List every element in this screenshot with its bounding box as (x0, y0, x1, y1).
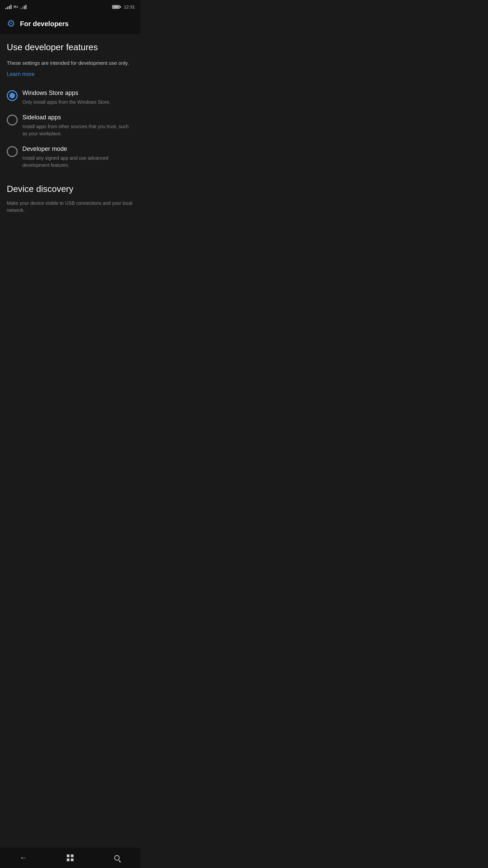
radio-option-sideload[interactable]: Sideload apps Install apps from other so… (7, 114, 134, 137)
radio-desc-windows-store: Only install apps from the Windows Store… (22, 99, 134, 106)
status-left: H+ (5, 4, 26, 9)
battery-icon (112, 5, 121, 9)
gear-icon: ⚙ (7, 19, 15, 28)
page-header: ⚙ For developers (0, 14, 140, 34)
time-display: 12:31 (124, 4, 135, 9)
radio-circle-developer-mode[interactable] (7, 146, 18, 157)
status-right: 12:31 (112, 4, 135, 9)
radio-label-developer-mode: Developer mode (22, 145, 134, 153)
device-discovery-section: Device discovery Make your device visibl… (7, 177, 134, 214)
radio-label-windows-store: Windows Store apps (22, 90, 134, 97)
radio-desc-developer-mode: Install any signed app and use advanced … (22, 155, 134, 169)
signal-bar-s1 (20, 8, 21, 9)
radio-label-sideload: Sideload apps (22, 114, 134, 121)
signal-bar-4 (11, 5, 12, 9)
battery-body (112, 5, 120, 9)
learn-more-link[interactable]: Learn more (7, 71, 35, 77)
signal-bar-s2 (22, 7, 23, 9)
page-title: For developers (20, 20, 68, 28)
radio-content-sideload: Sideload apps Install apps from other so… (22, 114, 134, 137)
radio-content-windows-store: Windows Store apps Only install apps fro… (22, 90, 134, 106)
section-title: Use developer features (7, 42, 134, 53)
radio-option-windows-store[interactable]: Windows Store apps Only install apps fro… (7, 90, 134, 106)
radio-circle-sideload[interactable] (7, 115, 18, 125)
radio-content-developer-mode: Developer mode Install any signed app an… (22, 145, 134, 169)
network-type: H+ (14, 5, 18, 9)
signal-bar-1 (5, 8, 6, 9)
main-content: Use developer features These settings ar… (0, 34, 140, 222)
radio-options: Windows Store apps Only install apps fro… (7, 90, 134, 169)
radio-desc-sideload: Install apps from other sources that you… (22, 123, 134, 137)
radio-circle-windows-store[interactable] (7, 90, 18, 101)
status-bar: H+ 12:31 (0, 0, 140, 14)
signal-bars-secondary (20, 4, 26, 9)
radio-option-developer-mode[interactable]: Developer mode Install any signed app an… (7, 145, 134, 169)
battery-tip (120, 6, 121, 8)
battery-fill (113, 6, 118, 8)
signal-bar-3 (9, 6, 10, 9)
device-discovery-title: Device discovery (7, 184, 134, 194)
signal-bars-primary (5, 4, 12, 9)
section-description: These settings are intended for developm… (7, 59, 134, 67)
signal-bar-s4 (25, 5, 26, 9)
signal-bar-s3 (24, 6, 25, 9)
device-discovery-desc: Make your device visible to USB connecti… (7, 200, 134, 214)
signal-bar-2 (7, 7, 8, 9)
